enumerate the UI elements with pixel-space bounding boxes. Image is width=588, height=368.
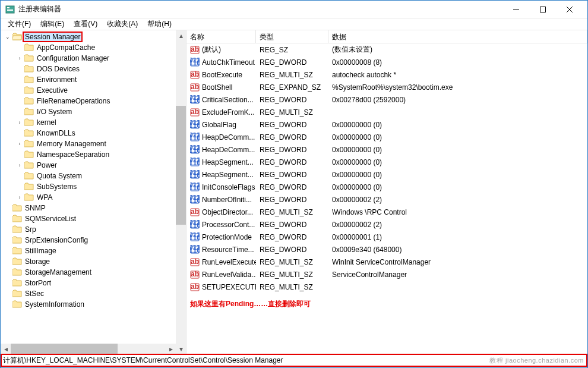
scroll-track[interactable] [176,40,186,344]
list-item[interactable]: 011110HeapDeComm...REG_DWORD0x00000000 (… [186,131,587,143]
menu-view[interactable]: 查看(V) [69,18,102,30]
list-item[interactable]: abObjectDirector...REG_MULTI_SZ\Windows … [186,206,587,218]
chevron-down-icon[interactable]: ⌄ [4,33,11,40]
tree-item[interactable]: ›StorageManagement [1,267,186,278]
chevron-right-icon[interactable]: › [16,140,23,147]
list-item[interactable]: abRunLevelExecuteREG_MULTI_SZWinInit Ser… [186,256,587,268]
svg-text:ab: ab [191,45,199,54]
tree-item[interactable]: ›Storage [1,256,186,267]
menu-favorites[interactable]: 收藏夹(A) [102,18,143,30]
value-name: NumberOfIniti... [202,196,252,204]
tree-item[interactable]: ›Configuration Manager [1,53,186,64]
tree-item[interactable]: ›SNMP [1,203,186,213]
maximize-button[interactable] [529,1,556,18]
list-item[interactable]: abSETUPEXECUTEREG_MULTI_SZ [186,281,587,293]
list-item[interactable]: ab(默认)REG_SZ(数值未设置) [186,43,587,56]
scroll-right-icon[interactable]: ▸ [166,344,176,354]
tree-item[interactable]: ›SrpExtensionConfig [1,235,186,246]
value-type: REG_DWORD [256,221,328,229]
vertical-scrollbar[interactable]: ▴ ▾ [176,30,186,354]
tree-item[interactable]: ›AppCompatCache [1,42,186,53]
scroll-thumb[interactable] [176,106,186,225]
list-item[interactable]: abBootShellREG_EXPAND_SZ%SystemRoot%\sys… [186,81,587,93]
value-type: REG_DWORD [256,146,328,154]
tree-item[interactable]: ›I/O System [1,106,186,117]
tree-item[interactable]: ›SQMServiceList [1,213,186,224]
scroll-hthumb[interactable] [11,344,118,354]
tree-item[interactable]: ›Executive [1,85,186,96]
chevron-right-icon[interactable]: › [16,162,23,169]
tree-item[interactable]: ›StillImage [1,246,186,256]
tree-item[interactable]: ›KnownDLLs [1,128,186,139]
scroll-down-icon[interactable]: ▾ [176,344,186,354]
column-type[interactable]: 类型 [256,30,328,43]
value-data: 0x00000000 (0) [328,171,587,179]
svg-text:110: 110 [190,234,200,242]
list-item[interactable]: 011110ProtectionModeREG_DWORD0x00000001 … [186,231,587,243]
tree-item[interactable]: ›DOS Devices [1,64,186,74]
value-type: REG_DWORD [256,183,328,191]
list-item[interactable]: 011110HeapDeComm...REG_DWORD0x00000000 (… [186,143,587,156]
column-data[interactable]: 数据 [328,30,587,43]
tree-item[interactable]: ›Srp [1,224,186,235]
value-data: %SystemRoot%\system32\bootim.exe [328,83,587,92]
svg-text:ab: ab [191,83,199,91]
tree-item[interactable]: ›Memory Management [1,139,186,149]
svg-text:ab: ab [191,70,199,78]
svg-text:110: 110 [190,134,200,142]
list-item[interactable]: abExcludeFromK...REG_MULTI_SZ [186,106,587,118]
list-item[interactable]: 011110GlobalFlagREG_DWORD0x00000000 (0) [186,118,587,131]
tree-item-label: Storage [24,257,51,266]
tree-item[interactable]: ›NamespaceSeparation [1,149,186,160]
value-type: REG_MULTI_SZ [256,271,328,279]
list-item[interactable]: abBootExecuteREG_MULTI_SZautocheck autoc… [186,68,587,81]
tree-item[interactable]: ⌄Session Manager [1,32,186,42]
tree-item[interactable]: ›Environment [1,74,186,85]
binary-value-icon: 011110 [190,183,200,192]
tree-item-label: SrpExtensionConfig [24,236,89,244]
list-item[interactable]: 011110AutoChkTimeoutREG_DWORD0x00000008 … [186,56,587,68]
list-item[interactable]: 011110ResourceTime...REG_DWORD0x0009e340… [186,243,587,256]
close-button[interactable] [556,1,583,18]
chevron-right-icon[interactable]: › [16,119,23,126]
binary-value-icon: 011110 [190,58,200,67]
tree-item[interactable]: ›WPA [1,192,186,203]
tree-item[interactable]: ›Power [1,160,186,171]
folder-icon [24,150,34,159]
scroll-left-icon[interactable]: ◂ [1,344,11,354]
scroll-htrack[interactable] [11,344,166,354]
list-item[interactable]: 011110InitConsoleFlagsREG_DWORD0x0000000… [186,181,587,193]
folder-icon [12,215,22,223]
list-item[interactable]: 011110NumberOfIniti...REG_DWORD0x0000000… [186,193,587,206]
list-item[interactable]: 011110HeapSegment...REG_DWORD0x00000000 … [186,168,587,181]
tree-item[interactable]: ›SubSystems [1,181,186,192]
folder-icon [12,290,22,298]
value-name: BootExecute [202,71,242,79]
list-item[interactable]: 011110ProcessorCont...REG_DWORD0x0000000… [186,218,587,231]
svg-text:ab: ab [191,108,199,116]
menu-edit[interactable]: 编辑(E) [36,18,69,30]
values-list[interactable]: ab(默认)REG_SZ(数值未设置)011110AutoChkTimeoutR… [186,43,587,293]
value-data: 0x00000000 (0) [328,121,587,129]
list-item[interactable]: abRunLevelValida...REG_MULTI_SZServiceCo… [186,268,587,281]
tree-item[interactable]: ›SystemInformation [1,299,186,310]
tree-item[interactable]: ›FileRenameOperations [1,96,186,106]
chevron-right-icon[interactable]: › [16,55,23,62]
svg-text:110: 110 [190,159,200,167]
tree-item[interactable]: ›kernel [1,117,186,128]
tree-item[interactable]: ›StSec [1,288,186,299]
registry-tree[interactable]: ⌄Session Manager›AppCompatCache›Configur… [1,30,186,344]
horizontal-scrollbar[interactable]: ◂ ▸ [1,344,176,354]
menu-file[interactable]: 文件(F) [3,18,36,30]
column-name[interactable]: 名称 [186,30,256,43]
list-item[interactable]: 011110CriticalSection...REG_DWORD0x00278… [186,93,587,106]
tree-item[interactable]: ›StorPort [1,278,186,288]
tree-item-label: SQMServiceList [24,215,77,223]
menu-help[interactable]: 帮助(H) [143,18,176,30]
list-item[interactable]: 011110HeapSegment...REG_DWORD0x00000000 … [186,156,587,168]
tree-item[interactable]: ›Quota System [1,171,186,181]
statusbar: 计算机\HKEY_LOCAL_MACHINE\SYSTEM\CurrentCon… [1,354,587,367]
minimize-button[interactable] [502,1,529,18]
chevron-right-icon[interactable]: › [16,194,23,201]
scroll-up-icon[interactable]: ▴ [176,30,186,40]
